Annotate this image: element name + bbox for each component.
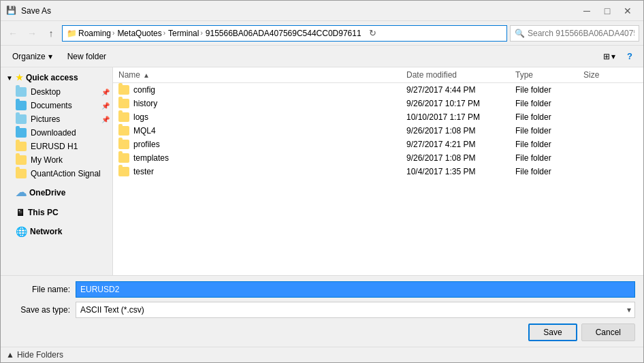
row-folder-icon [118,126,129,136]
filename-input[interactable] [76,281,635,298]
table-row[interactable]: config 9/27/2017 4:44 PM File folder [113,83,643,97]
hide-folders-bar[interactable]: ▲ Hide Folders [1,347,643,362]
save-button[interactable]: Save [528,323,577,341]
row-name: profiles [133,140,160,149]
savetype-label: Save as type: [9,305,70,315]
row-type: File folder [515,126,583,136]
path-arrow-3: › [200,29,202,37]
sidebar: ▼ ★ Quick access Desktop 📌 Documents 📌 P… [1,67,113,275]
row-date: 10/10/2017 1:17 PM [406,112,515,122]
row-date: 9/27/2017 4:21 PM [406,140,515,149]
pictures-folder-icon [16,114,27,124]
network-section: 🌐 Network [1,223,112,240]
up-button[interactable]: ↑ [43,25,59,42]
sidebar-item-onedrive[interactable]: ☁ OneDrive [1,183,112,202]
cancel-button[interactable]: Cancel [581,323,635,341]
forward-button[interactable]: → [24,25,40,42]
help-button[interactable]: ? [622,48,638,65]
maximize-button[interactable]: □ [597,3,617,19]
row-name: templates [133,153,169,163]
table-row[interactable]: logs 10/10/2017 1:17 PM File folder [113,110,643,124]
table-row[interactable]: history 9/26/2017 10:17 PM File folder [113,97,643,110]
organize-button[interactable]: Organize ▾ [6,48,59,65]
filename-row: File name: [9,281,635,298]
table-row[interactable]: templates 9/26/2017 1:08 PM File folder [113,151,643,165]
path-segment-roaming: 📁 Roaming › [67,29,114,38]
new-folder-button[interactable]: New folder [61,48,112,65]
row-name: tester [133,167,154,176]
row-folder-icon [118,99,129,108]
row-date: 9/27/2017 4:44 PM [406,85,515,95]
documents-folder-icon [16,101,27,110]
quick-access-label: Quick access [26,73,78,82]
file-rows-container: config 9/27/2017 4:44 PM File folder his… [113,83,643,178]
documents-pin-icon: 📌 [101,102,110,110]
sidebar-item-network[interactable]: 🌐 Network [1,223,112,240]
quick-access-header[interactable]: ▼ ★ Quick access [1,70,112,85]
onedrive-section: ☁ OneDrive [1,183,112,202]
row-date: 9/26/2017 1:08 PM [406,153,515,163]
row-type: File folder [515,112,583,122]
row-date: 9/26/2017 1:08 PM [406,126,515,136]
file-list: Name ▲ Date modified Type Size config [113,67,643,275]
row-date: 9/26/2017 10:17 PM [406,99,515,108]
sidebar-item-eurusd-h1[interactable]: EURUSD H1 [1,140,112,153]
table-row[interactable]: tester 10/4/2017 1:35 PM File folder [113,165,643,178]
content-area: ▼ ★ Quick access Desktop 📌 Documents 📌 P… [1,67,643,275]
organize-dropdown-icon: ▾ [48,52,52,61]
header-date[interactable]: Date modified [406,70,515,80]
address-path[interactable]: 📁 Roaming › MetaQuotes › Terminal › 9155… [62,25,507,42]
row-name: history [133,99,157,108]
row-type: File folder [515,153,583,163]
my-work-folder-icon [16,155,27,165]
this-pc-label: This PC [28,208,59,217]
savetype-row: Save as type: ASCII Text (*.csv) [9,302,635,318]
desktop-folder-icon [16,87,27,97]
table-row[interactable]: MQL4 9/26/2017 1:08 PM File folder [113,124,643,138]
downloaded-folder-icon [16,128,27,138]
button-row: Save Cancel [9,323,635,341]
search-box[interactable]: 🔍 [510,25,639,42]
quick-access-chevron: ▼ [6,74,13,82]
back-button[interactable]: ← [5,25,21,42]
row-name: config [133,85,155,95]
row-folder-icon [118,85,129,95]
header-name[interactable]: Name ▲ [118,70,406,80]
help-label: ? [627,51,632,61]
file-list-header: Name ▲ Date modified Type Size [113,67,643,83]
filename-label: File name: [9,285,70,294]
path-folder-icon: 📁 [67,29,77,38]
path-segment-hash: 915566BA06ADA407569C544CC0D97611 [206,29,361,38]
table-row[interactable]: profiles 9/27/2017 4:21 PM File folder [113,138,643,151]
sidebar-item-documents-label: Documents [31,101,72,110]
sidebar-item-documents[interactable]: Documents 📌 [1,99,112,112]
address-bar: ← → ↑ 📁 Roaming › MetaQuotes › Terminal … [1,21,643,46]
close-button[interactable]: ✕ [617,3,638,19]
view-button[interactable]: ⊞ ▾ [600,48,619,65]
window-icon: 💾 [6,5,17,16]
savetype-select[interactable]: ASCII Text (*.csv) [76,302,635,318]
desktop-pin-icon: 📌 [101,89,110,96]
this-pc-icon: 🖥 [16,207,25,218]
view-dropdown-icon: ▾ [611,52,615,61]
minimize-button[interactable]: ─ [577,3,597,19]
sidebar-item-downloaded[interactable]: Downloaded [1,126,112,140]
sidebar-item-this-pc[interactable]: 🖥 This PC [1,204,112,221]
sidebar-item-pictures[interactable]: Pictures 📌 [1,112,112,126]
sidebar-item-desktop[interactable]: Desktop 📌 [1,85,112,99]
network-icon: 🌐 [16,226,27,237]
sidebar-item-my-work[interactable]: My Work [1,153,112,167]
toolbar: Organize ▾ New folder ⊞ ▾ ? [1,46,643,67]
header-type[interactable]: Type [515,70,583,80]
refresh-button[interactable]: ↻ [366,26,381,41]
sidebar-item-my-work-label: My Work [31,155,63,165]
view-icon: ⊞ [603,52,610,61]
header-size[interactable]: Size [583,70,638,80]
bottom-area: File name: Save as type: ASCII Text (*.c… [1,275,643,347]
row-folder-icon [118,140,129,149]
save-as-dialog: 💾 Save As ─ □ ✕ ← → ↑ 📁 Roaming › MetaQu… [0,0,644,363]
sidebar-item-quantaction[interactable]: QuantAction Signal [1,167,112,180]
title-bar: 💾 Save As ─ □ ✕ [1,1,643,21]
pictures-pin-icon: 📌 [101,116,110,123]
search-input[interactable] [528,29,634,38]
